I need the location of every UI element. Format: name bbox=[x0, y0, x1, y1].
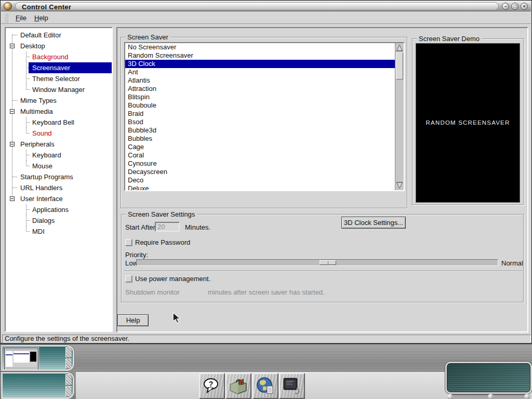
menu-file[interactable]: File bbox=[16, 14, 26, 22]
sidebar-item[interactable]: Default Editor bbox=[6, 30, 112, 41]
window-thumbnail[interactable] bbox=[4, 348, 38, 370]
sidebar-item[interactable]: Mime Types bbox=[6, 95, 112, 106]
sidebar-item[interactable]: Window Manager bbox=[6, 84, 112, 95]
control-center-window: Control Center – □ × File Help Default E… bbox=[0, 0, 532, 343]
screensaver-list-item[interactable]: Ant bbox=[125, 68, 395, 76]
toolbox-icon[interactable] bbox=[225, 373, 251, 399]
screensaver-list-item[interactable]: Bouboule bbox=[125, 101, 395, 110]
close-button[interactable]: × bbox=[521, 3, 528, 10]
sidebar-item[interactable]: Theme Selector bbox=[6, 73, 112, 84]
sidebar-item[interactable]: Mouse bbox=[6, 161, 112, 171]
screensaver-list-item[interactable]: Blitspin bbox=[125, 93, 395, 101]
screensaver-list-item[interactable]: Cynosure bbox=[125, 159, 395, 168]
mouse-cursor-icon bbox=[172, 312, 182, 324]
pager-desktop-2[interactable] bbox=[1, 372, 74, 399]
screensaver-list-item[interactable]: Bubbles bbox=[125, 135, 395, 143]
screensaver-list-item[interactable]: Deluxe bbox=[125, 184, 395, 190]
scroll-down-icon[interactable] bbox=[396, 182, 403, 189]
shutdown-minutes-input[interactable] bbox=[155, 222, 180, 232]
screen: { "titlebar": { "title": "Control Center… bbox=[0, 0, 532, 399]
sidebar-item[interactable]: MDI bbox=[6, 226, 112, 237]
tree-collapse-icon[interactable] bbox=[10, 109, 15, 114]
sidebar-item-label: Mime Types bbox=[19, 97, 58, 104]
globe-icon[interactable] bbox=[252, 373, 278, 399]
sidebar-item-label: Theme Selector bbox=[31, 75, 82, 83]
sidebar-item-label: User Interface bbox=[19, 195, 64, 203]
sidebar-item[interactable]: Peripherals bbox=[6, 139, 112, 150]
menu-help[interactable]: Help bbox=[34, 14, 48, 22]
sidebar-item[interactable]: Keyboard bbox=[6, 150, 112, 161]
screensaver-list-item[interactable]: Decayscreen bbox=[125, 168, 395, 176]
sidebar-item-label: Desktop bbox=[19, 42, 47, 50]
sidebar-item[interactable]: Background bbox=[6, 51, 112, 62]
screensaver-list-item[interactable]: Atlantis bbox=[125, 76, 395, 85]
tree-line bbox=[26, 204, 26, 215]
menubar: File Help bbox=[1, 12, 531, 24]
sidebar-item[interactable]: Keyboard Bell bbox=[6, 117, 112, 128]
titlebar[interactable]: Control Center – □ × bbox=[1, 1, 531, 11]
screensaver-list-item[interactable]: Cage bbox=[125, 143, 395, 151]
sidebar-item[interactable]: Sound bbox=[6, 128, 112, 139]
sidebar-item-label: Keyboard Bell bbox=[31, 118, 76, 126]
minimize-button[interactable]: – bbox=[502, 3, 509, 10]
priority-slider-thumb[interactable] bbox=[320, 260, 336, 265]
slider-thumb[interactable] bbox=[488, 394, 494, 399]
tree-collapse-icon[interactable] bbox=[10, 44, 15, 48]
screensaver-list-item[interactable]: Random Screensaver bbox=[125, 51, 395, 60]
slider-left-icon[interactable] bbox=[447, 394, 453, 399]
tree-line bbox=[26, 128, 26, 134]
terminal-icon[interactable] bbox=[279, 373, 305, 399]
panel-slider[interactable] bbox=[445, 394, 532, 399]
help-icon[interactable]: ? bbox=[199, 373, 225, 399]
sidebar-item-label: Peripherals bbox=[19, 140, 56, 148]
sidebar-item[interactable]: URL Handlers bbox=[6, 182, 112, 193]
sidebar-item[interactable]: Applications bbox=[6, 204, 112, 215]
screensaver-list-item[interactable]: Attraction bbox=[125, 85, 395, 93]
sidebar-item[interactable]: Screensaver bbox=[6, 62, 112, 73]
screensaver-list-item[interactable]: Braid bbox=[125, 110, 395, 118]
pager-up-arrow[interactable] bbox=[65, 347, 72, 358]
maximize-button[interactable]: □ bbox=[511, 3, 518, 10]
tree-collapse-icon[interactable] bbox=[10, 142, 15, 147]
pager-down-arrow[interactable] bbox=[65, 386, 72, 397]
window-menu-icon[interactable] bbox=[4, 2, 12, 10]
demo-group: Screen Saver Demo RANDOM SCREENSAVER bbox=[412, 38, 524, 205]
demo-screen[interactable]: RANDOM SCREENSAVER bbox=[416, 43, 520, 203]
priority-slider[interactable] bbox=[136, 259, 498, 266]
sidebar-item[interactable]: Desktop bbox=[6, 41, 112, 51]
screensaver-list-item[interactable]: Bsod bbox=[125, 118, 395, 126]
screensaver-list: No Screensaver Random Screensaver 3D Clo… bbox=[125, 43, 395, 190]
tree-line bbox=[26, 73, 26, 84]
shutdown-suffix-label: minutes after screen saver has started. bbox=[208, 288, 325, 296]
screensaver-list-item[interactable]: 3D Clock bbox=[125, 60, 395, 68]
demo-group-label: Screen Saver Demo bbox=[417, 35, 482, 43]
sidebar-item[interactable]: Startup Programs bbox=[6, 171, 112, 182]
pager-up-arrow[interactable] bbox=[65, 374, 72, 385]
desktop-panel: ? bbox=[0, 343, 532, 399]
panel-slider-track[interactable] bbox=[448, 394, 529, 399]
settings-group-label: Screen Saver Settings bbox=[126, 210, 197, 218]
sidebar-item-label: Keyboard bbox=[31, 151, 63, 159]
screensaver-list-item[interactable]: No Screensaver bbox=[125, 43, 395, 51]
menubar-drag-handle[interactable] bbox=[5, 14, 8, 22]
power-management-checkbox[interactable] bbox=[125, 275, 132, 282]
sidebar-item[interactable]: User Interface bbox=[6, 193, 112, 204]
sidebar-item[interactable]: Multimedia bbox=[6, 106, 112, 117]
tree-collapse-icon[interactable] bbox=[10, 196, 15, 201]
power-management-label[interactable]: Use power management. bbox=[135, 275, 210, 283]
scrollbar-thumb[interactable] bbox=[396, 52, 403, 79]
pager-down-arrow[interactable] bbox=[65, 358, 72, 369]
action-button[interactable]: Help bbox=[117, 314, 149, 326]
sidebar-item[interactable]: Dialogs bbox=[6, 215, 112, 226]
screensaver-list-item[interactable]: Bubble3d bbox=[125, 126, 395, 135]
pager-desktop-1[interactable] bbox=[1, 345, 74, 371]
list-scrollbar[interactable] bbox=[395, 43, 404, 190]
screensaver-list-item[interactable]: Coral bbox=[125, 151, 395, 159]
scroll-up-icon[interactable] bbox=[396, 44, 403, 51]
require-password-checkbox[interactable] bbox=[125, 239, 132, 246]
slider-right-icon[interactable] bbox=[524, 394, 530, 399]
sidebar-item-label: Background bbox=[31, 53, 70, 61]
require-password-label[interactable]: Require Password bbox=[135, 238, 190, 246]
minutes-label: Minutes. bbox=[185, 223, 210, 231]
screensaver-list-item[interactable]: Deco bbox=[125, 176, 395, 184]
